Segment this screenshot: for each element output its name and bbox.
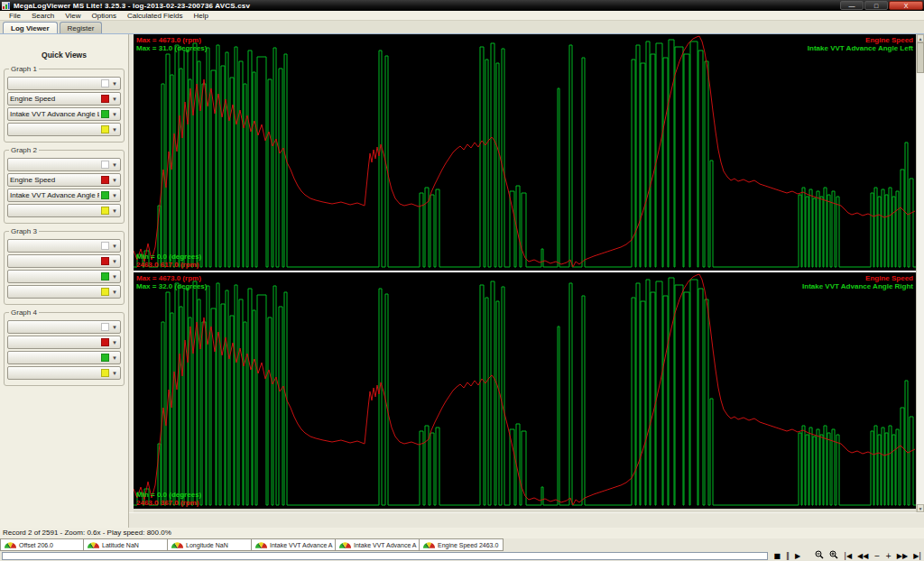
series-color-chip — [101, 207, 109, 215]
menu-item-view[interactable]: View — [60, 12, 86, 20]
chevron-down-icon[interactable]: ▼ — [111, 97, 118, 102]
field-select-dropdown[interactable]: ▼ — [7, 285, 121, 299]
app-icon — [2, 2, 10, 10]
chevron-down-icon[interactable]: ▼ — [111, 244, 118, 249]
field-select-dropdown[interactable]: ▼ — [7, 123, 121, 136]
field-select-dropdown[interactable]: ▼ — [7, 270, 121, 283]
menu-item-help[interactable]: Help — [188, 12, 213, 20]
chevron-down-icon[interactable]: ▼ — [111, 290, 118, 295]
status-bar: Record 2 of 2591 - Zoom: 0.6x - Play spe… — [0, 528, 924, 538]
graph-panel: Max = 4673.0 (rpm)Max = 31.0 (degrees)En… — [134, 34, 916, 512]
menu-item-search[interactable]: Search — [26, 12, 60, 20]
zoom-out-icon[interactable] — [813, 550, 826, 561]
gauge-label: Intake VVT Advance A — [354, 542, 417, 548]
menu-item-options[interactable]: Options — [86, 12, 122, 20]
min-degrees-label: Min = 0.0 (degrees) — [136, 491, 201, 499]
chevron-down-icon[interactable]: ▼ — [111, 259, 118, 264]
series-color-chip — [101, 161, 109, 169]
chevron-down-icon[interactable]: ▼ — [111, 355, 118, 361]
play-button[interactable]: ▶ — [793, 552, 802, 561]
close-button[interactable]: X — [889, 1, 923, 10]
field-select-dropdown[interactable]: ▼ — [7, 320, 121, 334]
maximize-button[interactable]: □ — [864, 1, 888, 10]
chevron-down-icon[interactable]: ▼ — [111, 325, 118, 330]
series-color-chip — [101, 369, 109, 377]
menu-item-file[interactable]: File — [4, 12, 26, 20]
chevron-down-icon[interactable]: ▼ — [111, 178, 118, 183]
gauge-label: Longitude NaN — [186, 542, 228, 548]
chevron-down-icon[interactable]: ▼ — [111, 371, 118, 376]
skip-to-start-button[interactable]: |◀ — [842, 552, 854, 561]
menu-bar: FileSearchViewOptionsCalculated FieldsHe… — [0, 11, 924, 21]
gauge-3[interactable]: Intake VVT Advance A — [252, 538, 336, 551]
scroll-up-icon[interactable]: ▲ — [917, 34, 924, 42]
series-name-green: Intake VVT Advance Angle Right — [802, 282, 913, 290]
chevron-down-icon[interactable]: ▼ — [111, 208, 118, 214]
chevron-down-icon[interactable]: ▼ — [111, 162, 118, 168]
gauge-1[interactable]: Latitude NaN — [84, 538, 168, 551]
field-select-dropdown[interactable]: Intake VVT Advance Angle Right▼ — [7, 189, 121, 202]
stop-button[interactable]: ■ — [772, 552, 783, 561]
gauge-row: Offset 206.0Latitude NaNLongitude NaNInt… — [0, 538, 924, 551]
minimize-button[interactable]: — — [840, 1, 864, 10]
speed-down-button[interactable]: − — [872, 552, 882, 561]
graph-vertical-scrollbar[interactable]: ▲ ▼ — [916, 34, 924, 512]
filter-input[interactable] — [2, 552, 768, 560]
field-select-dropdown[interactable]: Engine Speed▼ — [7, 173, 121, 187]
tab-register[interactable]: Register — [60, 22, 103, 33]
zoom-in-icon[interactable] — [827, 550, 840, 561]
chevron-down-icon[interactable]: ▼ — [111, 127, 118, 133]
under-graph-strip — [129, 512, 924, 529]
chevron-down-icon[interactable]: ▼ — [111, 81, 118, 87]
field-select-dropdown[interactable]: ▼ — [7, 366, 121, 380]
max-degrees-label: Max = 32.0 (degrees) — [136, 282, 207, 290]
gauge-4[interactable]: Intake VVT Advance A — [336, 538, 420, 551]
window-title: MegaLogViewer MS Lite! 3.25.3 - log-2013… — [14, 2, 840, 10]
field-select-dropdown[interactable]: ▼ — [7, 77, 121, 90]
rewind-button[interactable]: ◀◀ — [855, 552, 870, 561]
tab-log-viewer[interactable]: Log Viewer — [3, 22, 58, 33]
skip-to-end-button[interactable]: ▶| — [911, 552, 923, 561]
field-select-value: Engine Speed — [10, 95, 99, 103]
gauge-icon — [254, 540, 268, 550]
max-degrees-label: Max = 31.0 (degrees) — [136, 44, 207, 52]
gauge-icon — [171, 540, 184, 550]
speed-up-button[interactable]: + — [883, 552, 893, 561]
field-select-dropdown[interactable]: ▼ — [7, 336, 121, 349]
quick-view-group-label: Graph 3 — [9, 227, 39, 235]
field-select-dropdown[interactable]: Intake VVT Advance Angle Left▼ — [7, 107, 121, 121]
field-select-dropdown[interactable]: ▼ — [7, 254, 121, 268]
series-color-chip — [101, 272, 109, 280]
quick-view-group-2: Graph 2▼Engine Speed▼Intake VVT Advance … — [4, 150, 125, 224]
bottom-row: ■‖▶|◀◀◀−+▶▶▶| — [0, 551, 924, 561]
pause-button[interactable]: ‖ — [784, 552, 791, 561]
field-select-value: Engine Speed — [10, 176, 99, 184]
graph-2-plot[interactable]: Max = 4673.0 (rpm)Max = 32.0 (degrees)En… — [134, 272, 916, 509]
gauge-0[interactable]: Offset 206.0 — [0, 538, 84, 551]
gauge-5[interactable]: Engine Speed 2463.0 — [420, 538, 504, 551]
chevron-down-icon[interactable]: ▼ — [111, 340, 118, 345]
fast-forward-button[interactable]: ▶▶ — [895, 552, 910, 561]
series-color-chip — [101, 257, 109, 265]
gauge-2[interactable]: Longitude NaN — [168, 538, 252, 551]
min-rpm-label: 2463.0 367.0 (rpm) — [136, 499, 199, 507]
scroll-down-icon[interactable]: ▼ — [917, 504, 924, 512]
gauge-icon — [4, 540, 17, 550]
graph-1-plot[interactable]: Max = 4673.0 (rpm)Max = 31.0 (degrees)En… — [134, 34, 916, 271]
series-color-chip — [101, 354, 109, 362]
gauge-label: Engine Speed 2463.0 — [438, 542, 498, 548]
field-select-dropdown[interactable]: ▼ — [7, 158, 121, 171]
field-select-dropdown[interactable]: Engine Speed▼ — [7, 92, 121, 106]
field-select-value: Intake VVT Advance Angle Left — [10, 110, 99, 118]
chevron-down-icon[interactable]: ▼ — [111, 193, 118, 198]
status-text: Record 2 of 2591 - Zoom: 0.6x - Play spe… — [3, 529, 171, 537]
field-select-dropdown[interactable]: ▼ — [7, 204, 121, 217]
menu-item-calculated-fields[interactable]: Calculated Fields — [122, 12, 188, 20]
chevron-down-icon[interactable]: ▼ — [111, 274, 118, 280]
gauge-label: Intake VVT Advance A — [270, 542, 333, 548]
chevron-down-icon[interactable]: ▼ — [111, 112, 118, 117]
scrollbar-thumb[interactable] — [917, 42, 924, 73]
field-select-dropdown[interactable]: ▼ — [7, 351, 121, 364]
field-select-dropdown[interactable]: ▼ — [7, 239, 121, 253]
quick-view-group-label: Graph 1 — [9, 65, 39, 73]
